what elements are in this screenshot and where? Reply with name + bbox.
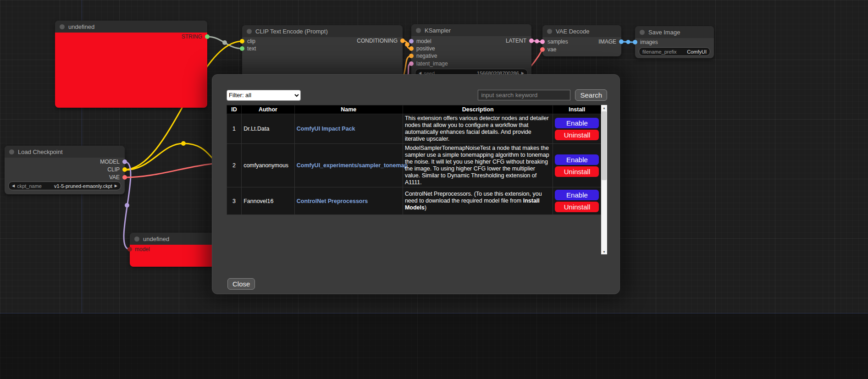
input-port-latent-image[interactable]: latent_image — [409, 60, 448, 67]
output-port-image[interactable]: IMAGE — [598, 38, 624, 45]
uninstall-button[interactable]: Uninstall — [555, 130, 599, 140]
dialog-topbar: Filter: all Search — [212, 75, 619, 105]
scroll-up-icon[interactable]: ▲ — [603, 105, 606, 110]
extension-link[interactable]: ComfyUI_experiments/sampler_tonemap — [297, 162, 408, 169]
collapse-dot[interactable] — [547, 29, 552, 34]
input-port-negative[interactable]: negative — [409, 53, 437, 59]
collapse-dot[interactable] — [247, 29, 252, 34]
table-scrollbar[interactable]: ▲ ▼ — [601, 105, 607, 254]
node-title: Save Image — [648, 29, 680, 36]
input-port-images[interactable]: images — [633, 39, 658, 45]
search-button[interactable]: Search — [575, 89, 607, 101]
port-dot — [409, 39, 414, 44]
port-dot — [409, 61, 414, 66]
widget-label: filename_prefix — [642, 49, 677, 55]
output-port-clip[interactable]: CLIP — [107, 166, 127, 173]
port-dot — [122, 167, 127, 172]
output-port-model[interactable]: MODEL — [100, 159, 127, 165]
search-input[interactable] — [478, 90, 570, 100]
uninstall-button[interactable]: Uninstall — [555, 202, 599, 212]
node-title: undefined — [68, 23, 94, 30]
node-title-bar[interactable]: undefined — [130, 233, 221, 245]
table-row: 2 comfyanonymous ComfyUI_experiments/sam… — [227, 144, 601, 187]
cell-id: 3 — [227, 187, 242, 215]
cell-name: ControlNet Preprocessors — [294, 187, 403, 215]
filename-prefix-widget[interactable]: filename_prefix ComfyUI — [639, 47, 710, 56]
port-dot — [122, 159, 127, 164]
output-port-conditioning[interactable]: CONDITIONING — [357, 38, 405, 44]
filter-select[interactable]: Filter: all — [227, 90, 301, 101]
enable-button[interactable]: Enable — [555, 154, 599, 165]
cell-name: ComfyUI_experiments/sampler_tonemap — [294, 144, 403, 187]
node-title: VAE Decode — [556, 28, 589, 35]
node-title-bar[interactable]: undefined — [55, 21, 207, 33]
wire-string-to-text — [207, 37, 242, 49]
node-save-image[interactable]: Save Image images filename_prefix ComfyU… — [635, 26, 714, 58]
input-port-model[interactable]: model — [409, 38, 431, 44]
node-load-checkpoint[interactable]: Load Checkpoint MODEL CLIP VAE ◀ ckpt_na… — [5, 146, 125, 194]
description-text: ) — [425, 204, 426, 211]
decrement-arrow-icon[interactable]: ◀ — [12, 184, 15, 188]
cell-author: Fannovel16 — [242, 187, 295, 215]
node-title-bar[interactable]: Save Image — [635, 26, 714, 38]
node-undefined-bottom[interactable]: undefined model — [130, 233, 221, 267]
port-dot — [540, 47, 545, 52]
collapse-dot[interactable] — [416, 28, 421, 33]
node-title-bar[interactable]: Load Checkpoint — [5, 146, 125, 158]
collapse-dot[interactable] — [134, 236, 139, 242]
link-dot[interactable] — [626, 40, 630, 44]
collapse-dot[interactable] — [640, 30, 645, 35]
extension-table: ID Author Name Description Install 1 Dr.… — [227, 105, 601, 215]
node-title-bar[interactable]: VAE Decode — [542, 25, 621, 37]
extension-link[interactable]: ComfyUI Impact Pack — [297, 126, 355, 132]
column-header-description: Description — [403, 105, 553, 114]
input-port-positive[interactable]: positive — [409, 45, 435, 52]
ckpt-name-widget[interactable]: ◀ ckpt_name v1-5-pruned-emaonly.ckpt ▶ — [8, 181, 121, 190]
port-dot — [409, 54, 414, 58]
port-dot — [240, 39, 244, 44]
input-port-vae[interactable]: vae — [540, 46, 556, 53]
link-dot[interactable] — [181, 141, 186, 146]
increment-arrow-icon[interactable]: ▶ — [115, 184, 117, 188]
node-title-bar[interactable]: KSampler — [411, 24, 531, 36]
input-port-samples[interactable]: samples — [540, 38, 568, 45]
manager-dialog: Filter: all Search ID Author Name Descri… — [212, 74, 620, 294]
output-port-string[interactable]: STRING — [182, 33, 210, 40]
input-port-text[interactable]: text — [240, 45, 256, 52]
cell-install: Enable Uninstall — [553, 187, 601, 215]
link-dot[interactable] — [125, 203, 129, 208]
table-header-row: ID Author Name Description Install — [227, 105, 601, 114]
port-dot — [122, 175, 127, 180]
port-dot — [540, 39, 545, 44]
node-undefined-top[interactable]: undefined STRING — [55, 21, 207, 108]
scrollbar-thumb[interactable] — [602, 111, 607, 180]
node-title-bar[interactable]: CLIP Text Encode (Prompt) — [242, 25, 403, 37]
column-header-id: ID — [227, 105, 242, 114]
node-body — [55, 33, 207, 108]
collapse-dot[interactable] — [9, 149, 14, 154]
cell-name: ComfyUI Impact Pack — [294, 114, 403, 144]
close-button[interactable]: Close — [227, 278, 255, 290]
port-dot — [127, 247, 132, 252]
wire-clip-to-hidden-node — [125, 143, 219, 170]
extension-link[interactable]: ControlNet Preprocessors — [297, 198, 368, 204]
cell-description: ControlNet Preprocessors. (To use this e… — [403, 187, 553, 215]
link-dot[interactable] — [535, 39, 539, 44]
input-port-clip[interactable]: clip — [240, 38, 255, 44]
enable-button[interactable]: Enable — [555, 118, 599, 128]
scroll-down-icon[interactable]: ▼ — [603, 249, 606, 254]
collapse-dot[interactable] — [60, 24, 65, 29]
output-port-latent[interactable]: LATENT — [506, 38, 534, 44]
node-title: CLIP Text Encode (Prompt) — [255, 28, 328, 35]
node-vae-decode[interactable]: VAE Decode samples vae IMAGE — [542, 25, 621, 56]
link-dot[interactable] — [222, 40, 227, 45]
output-port-vae[interactable]: VAE — [109, 174, 127, 181]
uninstall-button[interactable]: Uninstall — [555, 166, 599, 177]
enable-button[interactable]: Enable — [555, 190, 599, 200]
cell-description: ModelSamplerTonemapNoiseTest a node that… — [403, 144, 553, 187]
graph-canvas[interactable]: undefined STRING CLIP Text Encode (Promp… — [0, 0, 868, 379]
widget-value: v1-5-pruned-emaonly.ckpt — [54, 183, 112, 189]
column-header-name: Name — [294, 105, 403, 114]
input-port-model[interactable]: model — [127, 246, 150, 253]
node-title: Load Checkpoint — [18, 148, 63, 155]
